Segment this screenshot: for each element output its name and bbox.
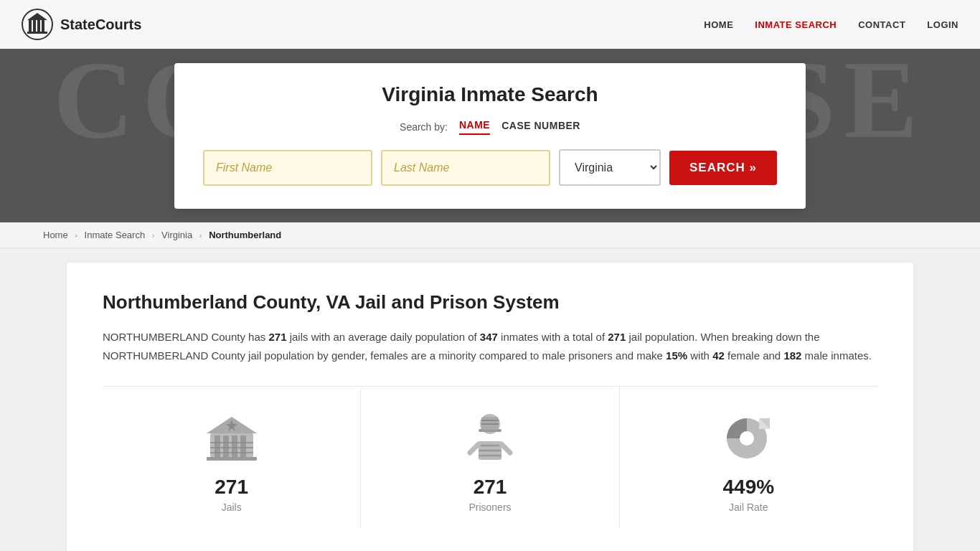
- stat-jails: 271 Jails: [103, 387, 361, 527]
- breadcrumb-home[interactable]: Home: [43, 230, 68, 240]
- tab-name[interactable]: NAME: [459, 119, 490, 135]
- svg-rect-8: [215, 435, 220, 457]
- county-upper-text: NORTHUMBERLAND: [103, 331, 208, 343]
- search-fields-row: Virginia Alabama Alaska Arizona Californ…: [203, 149, 777, 186]
- search-card: Virginia Inmate Search Search by: NAME C…: [174, 63, 806, 209]
- nav-contact[interactable]: CONTACT: [858, 19, 905, 30]
- rate-number: 449%: [723, 476, 775, 499]
- breadcrumb: Home › Inmate Search › Virginia › Northu…: [0, 222, 980, 248]
- svg-rect-11: [240, 435, 246, 457]
- state-select[interactable]: Virginia Alabama Alaska Arizona Californ…: [559, 149, 661, 186]
- search-by-label: Search by:: [400, 121, 448, 133]
- main-content: Northumberland County, VA Jail and Priso…: [67, 263, 913, 551]
- logo-area[interactable]: StateCourts: [22, 9, 141, 40]
- county-description: NORTHUMBERLAND County has 271 jails with…: [103, 328, 877, 364]
- svg-rect-3: [33, 20, 36, 32]
- svg-rect-5: [42, 20, 44, 32]
- prisoners-icon: [461, 408, 519, 466]
- breadcrumb-sep-1: ›: [75, 231, 77, 240]
- svg-line-27: [470, 444, 479, 453]
- nav-links: HOME INMATE SEARCH CONTACT LOGIN: [704, 19, 958, 30]
- stat-prisoners: 271 Prisoners: [361, 387, 619, 527]
- jails-number: 271: [215, 476, 248, 499]
- svg-rect-1: [27, 32, 47, 34]
- search-card-title: Virginia Inmate Search: [203, 83, 777, 106]
- jails-icon: [203, 408, 260, 466]
- last-name-input[interactable]: [381, 150, 550, 186]
- breadcrumb-sep-3: ›: [199, 231, 202, 240]
- total-jails: 271: [608, 331, 626, 343]
- county-title: Northumberland County, VA Jail and Priso…: [103, 291, 877, 314]
- prisoners-label: Prisoners: [468, 501, 511, 513]
- nav-login[interactable]: LOGIN: [927, 19, 958, 30]
- svg-point-32: [740, 431, 754, 446]
- nav-inmate-search[interactable]: INMATE SEARCH: [755, 19, 837, 30]
- female-pct: 15%: [666, 349, 687, 362]
- stats-row: 271 Jails: [103, 386, 877, 527]
- breadcrumb-current: Northumberland: [209, 230, 281, 240]
- female-count: 42: [712, 349, 725, 362]
- svg-rect-10: [232, 435, 237, 457]
- svg-rect-9: [223, 435, 229, 457]
- first-name-input[interactable]: [203, 150, 372, 186]
- logo-text: StateCourts: [60, 17, 141, 33]
- stat-rate: 449% Jail Rate: [620, 387, 877, 527]
- svg-marker-6: [27, 13, 47, 20]
- prisoners-number: 271: [473, 476, 507, 499]
- svg-rect-2: [29, 20, 32, 32]
- breadcrumb-state[interactable]: Virginia: [161, 230, 192, 240]
- tab-case-number[interactable]: CASE NUMBER: [501, 120, 580, 134]
- male-count: 182: [783, 349, 801, 362]
- rate-label: Jail Rate: [729, 501, 768, 513]
- breadcrumb-inmate-search[interactable]: Inmate Search: [85, 230, 146, 240]
- jails-count: 271: [268, 331, 286, 343]
- breadcrumb-sep-2: ›: [152, 231, 155, 240]
- rate-icon: [720, 408, 777, 466]
- nav-home[interactable]: HOME: [704, 19, 733, 30]
- search-by-row: Search by: NAME CASE NUMBER: [203, 119, 777, 135]
- top-nav: StateCourts HOME INMATE SEARCH CONTACT L…: [0, 0, 980, 49]
- search-button[interactable]: SEARCH »: [669, 151, 777, 185]
- jails-label: Jails: [222, 501, 242, 513]
- svg-rect-14: [207, 457, 257, 461]
- avg-population: 347: [480, 331, 498, 343]
- svg-rect-4: [37, 20, 40, 32]
- logo-icon: [22, 9, 53, 40]
- svg-line-28: [501, 444, 510, 453]
- header: COURTHOUSE StateCourts HOME INMATE SEARC…: [0, 0, 980, 222]
